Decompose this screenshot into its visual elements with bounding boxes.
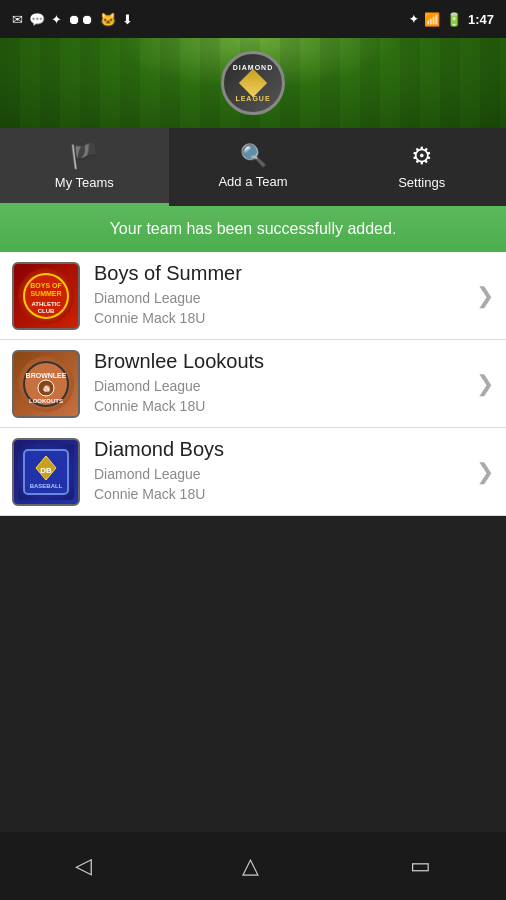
settings-label: Settings <box>398 175 445 190</box>
success-message: Your team has been successfully added. <box>110 220 397 237</box>
wifi-icon: 📶 <box>424 12 440 27</box>
battery-icon: 🔋 <box>446 12 462 27</box>
team-league-boys-of-summer: Diamond League Connie Mack 18U <box>94 289 476 328</box>
team-info-diamond-boys: Diamond Boys Diamond League Connie Mack … <box>94 438 476 504</box>
status-icons-left: ✉ 💬 ✦ ⏺⏺ 🐱 ⬇ <box>12 12 133 27</box>
team-item-boys-of-summer[interactable]: BOYS OF SUMMER ATHLETIC CLUB Boys of Sum… <box>0 252 506 340</box>
team-logo-boys-of-summer: BOYS OF SUMMER ATHLETIC CLUB <box>12 262 80 330</box>
settings-icon: ⚙ <box>411 142 433 170</box>
logo-diamond-shape <box>239 69 267 97</box>
svg-text:CLUB: CLUB <box>38 308 55 314</box>
svg-text:LOOKOUTS: LOOKOUTS <box>29 398 63 404</box>
download-icon: ⬇ <box>122 12 133 27</box>
bottom-navigation-bar: ◁ △ ▭ <box>0 832 506 900</box>
success-banner: Your team has been successfully added. <box>0 206 506 252</box>
svg-text:BOYS OF: BOYS OF <box>30 282 62 289</box>
tab-my-teams[interactable]: 🏴 My Teams <box>0 128 169 206</box>
voicemail-icon: ⏺⏺ <box>68 12 94 27</box>
boys-logo-svg: BOYS OF SUMMER ATHLETIC CLUB <box>22 272 70 320</box>
team-list: BOYS OF SUMMER ATHLETIC CLUB Boys of Sum… <box>0 252 506 516</box>
team-name-diamond-boys: Diamond Boys <box>94 438 476 461</box>
bluetooth-icon: ✦ <box>51 12 62 27</box>
team-league-brownlee-lookouts: Diamond League Connie Mack 18U <box>94 377 476 416</box>
add-team-icon: 🔍 <box>240 143 267 169</box>
team-logo-diamond-boys: DB BASEBALL <box>12 438 80 506</box>
add-team-label: Add a Team <box>218 174 287 189</box>
team-logo-brownlee-lookouts: BROWNLEE ⚾ LOOKOUTS <box>12 350 80 418</box>
lookouts-logo-svg: BROWNLEE ⚾ LOOKOUTS <box>22 360 70 408</box>
svg-text:BASEBALL: BASEBALL <box>30 483 63 489</box>
nav-tabs: 🏴 My Teams 🔍 Add a Team ⚙ Settings <box>0 128 506 206</box>
chevron-brownlee-lookouts: ❯ <box>476 371 494 397</box>
boys-badge: BOYS OF SUMMER ATHLETIC CLUB <box>18 268 74 324</box>
team-name-boys-of-summer: Boys of Summer <box>94 262 476 285</box>
diamond-badge: DB BASEBALL <box>18 444 74 500</box>
hero-header: Diamond League <box>0 38 506 128</box>
status-icons-right: ✦ 📶 🔋 1:47 <box>409 12 494 27</box>
team-league-diamond-boys: Diamond League Connie Mack 18U <box>94 465 476 504</box>
recent-apps-button[interactable]: ▭ <box>410 853 431 879</box>
team-name-brownlee-lookouts: Brownlee Lookouts <box>94 350 476 373</box>
svg-text:ATHLETIC: ATHLETIC <box>31 301 61 307</box>
status-bar: ✉ 💬 ✦ ⏺⏺ 🐱 ⬇ ✦ 📶 🔋 1:47 <box>0 0 506 38</box>
tab-add-team[interactable]: 🔍 Add a Team <box>169 128 338 206</box>
clock: 1:47 <box>468 12 494 27</box>
diamond-boys-logo-svg: DB BASEBALL <box>22 448 70 496</box>
app-logo: Diamond League <box>221 51 285 115</box>
team-info-boys-of-summer: Boys of Summer Diamond League Connie Mac… <box>94 262 476 328</box>
home-button[interactable]: △ <box>242 853 259 879</box>
back-button[interactable]: ◁ <box>75 853 92 879</box>
my-teams-label: My Teams <box>55 175 114 190</box>
chevron-diamond-boys: ❯ <box>476 459 494 485</box>
svg-text:DB: DB <box>40 466 52 475</box>
my-teams-icon: 🏴 <box>69 142 99 170</box>
svg-text:⚾: ⚾ <box>43 385 51 393</box>
svg-text:SUMMER: SUMMER <box>30 290 61 297</box>
team-info-brownlee-lookouts: Brownlee Lookouts Diamond League Connie … <box>94 350 476 416</box>
lookouts-badge: BROWNLEE ⚾ LOOKOUTS <box>18 356 74 412</box>
bluetooth-status-icon: ✦ <box>409 13 418 26</box>
svg-text:BROWNLEE: BROWNLEE <box>26 372 67 379</box>
chat-icon: 💬 <box>29 12 45 27</box>
team-item-diamond-boys[interactable]: DB BASEBALL Diamond Boys Diamond League … <box>0 428 506 516</box>
team-item-brownlee-lookouts[interactable]: BROWNLEE ⚾ LOOKOUTS Brownlee Lookouts Di… <box>0 340 506 428</box>
dark-background-area <box>0 516 506 832</box>
gmail-icon: ✉ <box>12 12 23 27</box>
chevron-boys-of-summer: ❯ <box>476 283 494 309</box>
main-content: Diamond League 🏴 My Teams 🔍 Add a Team ⚙… <box>0 38 506 832</box>
cat-icon: 🐱 <box>100 12 116 27</box>
tab-settings[interactable]: ⚙ Settings <box>337 128 506 206</box>
